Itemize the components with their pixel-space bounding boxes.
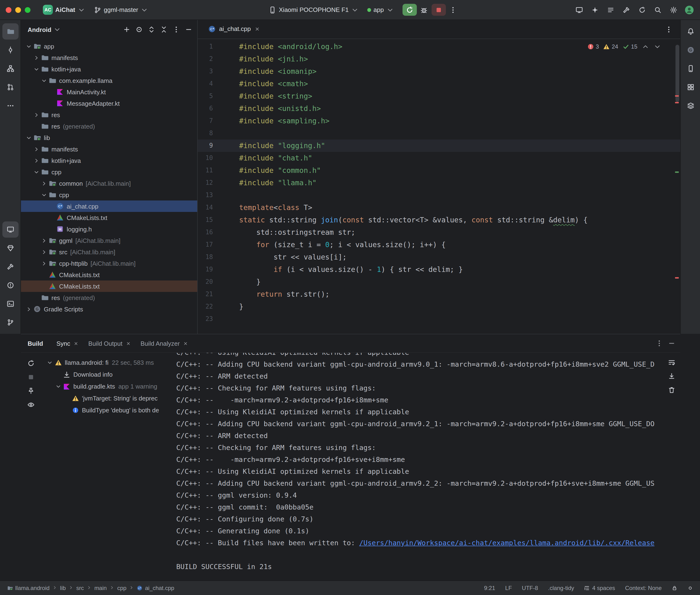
tree-item-res-6[interactable]: res [21, 109, 197, 120]
tree-item-gradle-scripts-23[interactable]: GGradle Scripts [21, 303, 197, 315]
build-tab-build-output[interactable]: Build Output [85, 334, 135, 352]
chevron-down-icon[interactable] [46, 359, 54, 366]
chevron-right-icon[interactable] [40, 179, 48, 187]
chevron-down-icon[interactable] [40, 77, 48, 84]
run-more-options-button[interactable] [447, 4, 460, 16]
code-line-23[interactable]: 23 [198, 313, 680, 325]
breadcrumb-lib[interactable]: lib [59, 584, 67, 592]
hide-panel-button[interactable] [183, 24, 194, 35]
run-button[interactable] [402, 4, 417, 16]
tree-item-ggml-17[interactable]: ggml[AiChat.lib.main] [21, 235, 197, 246]
rerun-build-button[interactable] [25, 358, 37, 369]
code-line-8[interactable]: 8 [198, 127, 680, 140]
next-issue-icon[interactable] [653, 43, 661, 51]
chevron-right-icon[interactable] [25, 305, 33, 313]
breadcrumb-cpp[interactable]: cpp [116, 584, 128, 592]
device-manager-tool-button[interactable] [682, 60, 699, 77]
code-line-14[interactable]: 14template<class T> [198, 201, 680, 214]
build-options-icon[interactable] [655, 340, 663, 347]
code-editor[interactable]: 1#include <android/log.h>2#include <jni.… [198, 39, 680, 334]
tree-item-cpp-11[interactable]: cpp [21, 166, 197, 178]
code-line-11[interactable]: 11#include "common.h" [198, 164, 680, 177]
build-tab-build-analyzer[interactable]: Build Analyzer [137, 334, 192, 352]
tree-item-manifests-1[interactable]: manifests [21, 52, 197, 63]
scroll-to-end-button[interactable] [666, 370, 677, 382]
filter-output-button[interactable] [25, 399, 37, 410]
file-encoding[interactable]: UTF-8 [521, 584, 539, 592]
code-line-20[interactable]: 20 } [198, 276, 680, 288]
tree-item-ai-chat-cpp-14[interactable]: Cai_chat.cpp [21, 200, 197, 212]
error-stripe-mark[interactable] [675, 95, 679, 97]
app-inspection-tool-button[interactable] [682, 97, 699, 114]
code-line-17[interactable]: 17 for (size_t i = 0; i < values.size();… [198, 238, 680, 251]
todo-list-icon[interactable] [604, 4, 617, 16]
problems-tool-button[interactable] [2, 277, 18, 293]
close-tab-icon[interactable] [74, 341, 79, 346]
editor-tab-ai-chat-cpp[interactable]: C ai_chat.cpp [203, 20, 264, 38]
code-line-13[interactable]: 13 [198, 189, 680, 201]
tree-item-cpp-13[interactable]: cpp [21, 189, 197, 200]
context-status[interactable]: Context: None [624, 584, 663, 592]
locate-opened-file-button[interactable] [133, 24, 145, 35]
breadcrumb-ai-chat-cpp[interactable]: Cai_chat.cpp [136, 584, 176, 592]
tree-item-res-22[interactable]: res(generated) [21, 292, 197, 303]
build-tab-sync[interactable]: Sync [53, 334, 83, 352]
build-tree-item-0[interactable]: llama.android: fi22 sec, 583 ms [41, 357, 171, 369]
close-tab-icon[interactable] [183, 341, 188, 346]
chevron-down-icon[interactable] [32, 168, 40, 176]
code-line-21[interactable]: 21 return str.str(); [198, 288, 680, 301]
close-tab-icon[interactable] [126, 341, 131, 346]
device-mirroring-icon[interactable] [572, 4, 585, 16]
running-devices-tool-button[interactable] [2, 221, 18, 237]
soft-wrap-button[interactable] [666, 357, 677, 368]
tree-item-kotlin-java-2[interactable]: kotlin+java [21, 63, 197, 75]
resource-manager-tool-button[interactable] [682, 79, 699, 95]
caret-position[interactable]: 9:21 [482, 584, 497, 592]
tree-item-cmakelists-txt-21[interactable]: CMakeLists.txt [21, 281, 197, 292]
breadcrumb-main[interactable]: main [93, 584, 108, 592]
error-stripe-mark[interactable] [675, 277, 679, 279]
terminal-tool-button[interactable] [2, 296, 18, 312]
readonly-lock[interactable] [670, 584, 679, 592]
code-line-15[interactable]: 15static std::string join(const std::vec… [198, 214, 680, 226]
breadcrumb-src[interactable]: src [75, 584, 85, 592]
code-line-3[interactable]: 3#include <iomanip> [198, 65, 680, 78]
code-line-2[interactable]: 2#include <jni.h> [198, 53, 680, 65]
sync-project-icon[interactable] [636, 4, 648, 16]
version-control-tool-button[interactable] [2, 314, 18, 331]
code-line-4[interactable]: 4#include <cmath> [198, 78, 680, 90]
debug-button[interactable] [418, 4, 430, 16]
gemini-ai-icon[interactable] [588, 4, 601, 16]
build-tree-item-4[interactable]: BuildType 'debug' is both de [41, 404, 171, 416]
code-line-12[interactable]: 12#include "llama.h" [198, 177, 680, 189]
clear-output-button[interactable] [666, 384, 677, 396]
chevron-down-icon[interactable] [54, 382, 62, 390]
tree-item-mainactivity-kt-4[interactable]: MainActivity.kt [21, 86, 197, 97]
chevron-down-icon[interactable] [25, 42, 33, 50]
project-tool-button[interactable] [2, 23, 18, 39]
settings-icon[interactable] [667, 4, 680, 16]
build-tree-item-1[interactable]: Download info [41, 369, 171, 380]
notifications-button[interactable] [682, 23, 699, 39]
build-tree-item-3[interactable]: 'jvmTarget: String' is deprec [41, 392, 171, 404]
code-line-6[interactable]: 6#include <unistd.h> [198, 103, 680, 115]
code-line-9[interactable]: 9#include "logging.h" [198, 140, 680, 152]
chevron-down-icon[interactable] [32, 65, 40, 73]
previous-issue-icon[interactable] [642, 43, 649, 51]
tree-item-cmakelists-txt-20[interactable]: CMakeLists.txt [21, 269, 197, 281]
build-tool-button[interactable] [2, 259, 18, 275]
chevron-right-icon[interactable] [32, 54, 40, 61]
chevron-right-icon[interactable] [32, 145, 40, 153]
build-output-path-link[interactable]: /Users/hanyin/Workspace/ai-chat/examples… [359, 539, 654, 547]
tree-item-kotlin-java-10[interactable]: kotlin+java [21, 155, 197, 166]
line-separator[interactable]: LF [504, 584, 513, 592]
chevron-right-icon[interactable] [32, 157, 40, 164]
gradle-tool-button[interactable]: G [682, 42, 699, 58]
build-log[interactable]: C/C++: -- Using KleidiAI optimized kerne… [171, 353, 680, 580]
tree-item-src-18[interactable]: src[AiChat.lib.main] [21, 246, 197, 258]
tree-item-messageadapter-kt-5[interactable]: MessageAdapter.kt [21, 97, 197, 109]
inspections-indicator[interactable] [686, 584, 695, 592]
tab-bar-options-icon[interactable] [663, 24, 674, 35]
build-panel-title[interactable]: Build [28, 340, 43, 347]
code-line-16[interactable]: 16 std::ostringstream str; [198, 226, 680, 238]
